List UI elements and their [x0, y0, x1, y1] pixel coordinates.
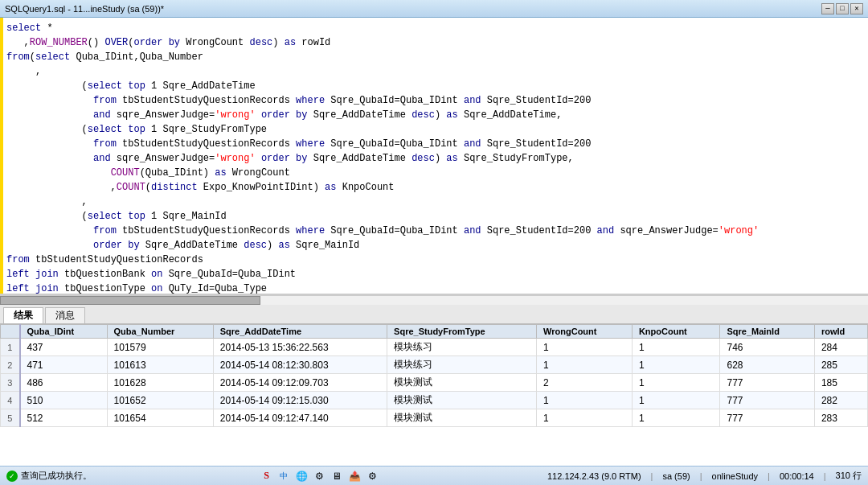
table-cell: 1	[537, 356, 633, 374]
table-cell: 1	[632, 409, 720, 427]
table-cell: 1	[632, 339, 720, 356]
table-cell: 1	[537, 339, 633, 356]
table-cell: 283	[814, 409, 867, 427]
row-number: 3	[1, 374, 20, 392]
sql-horizontal-scrollbar[interactable]	[0, 295, 868, 305]
sql-scrollbar-thumb[interactable]	[0, 296, 260, 305]
row-number: 5	[1, 409, 20, 427]
taskbar-icons: S 中 🌐 ⚙ 🖥 📤 ⚙	[259, 469, 379, 483]
table-cell: 101652	[107, 392, 213, 409]
taskbar-icon-3: 🖥	[330, 469, 344, 483]
table-cell: 284	[814, 339, 867, 356]
col-header-sqre-studyfromtype: Sqre_StudyFromType	[387, 325, 537, 339]
status-left: ✓ 查询已成功执行。	[6, 470, 92, 482]
table-cell: 1	[537, 392, 633, 409]
table-cell: 2014-05-14 09:12:15.030	[213, 392, 387, 409]
status-right: 112.124.2.43 (9.0 RTM) | sa (59) | onlin…	[547, 470, 862, 482]
col-header-wrongcount: WrongCount	[537, 325, 633, 339]
sql-editor[interactable]: select * ,ROW_NUMBER() OVER(order by Wro…	[0, 18, 868, 295]
table-cell: 1	[632, 374, 720, 392]
table-cell: 285	[814, 356, 867, 374]
table-row: 14371015792014-05-13 15:36:22.563模块练习117…	[1, 339, 868, 356]
table-cell: 模块练习	[387, 356, 537, 374]
table-cell: 185	[814, 374, 867, 392]
window-controls: ─ □ ✕	[821, 3, 863, 14]
table-cell: 模块练习	[387, 339, 537, 356]
status-check-icon: ✓	[6, 471, 18, 482]
status-time: 00:00:14	[780, 471, 814, 481]
table-cell: 2014-05-13 15:36:22.563	[213, 339, 387, 356]
close-button[interactable]: ✕	[850, 3, 863, 14]
table-cell: 512	[20, 409, 108, 427]
col-header-rowid: rowId	[814, 325, 867, 339]
taskbar-icon-5: ⚙	[365, 469, 379, 483]
table-cell: 628	[720, 356, 814, 374]
results-table-container[interactable]: Quba_IDint Quba_Number Sqre_AddDateTime …	[0, 324, 868, 466]
col-header-quba-number: Quba_Number	[107, 325, 213, 339]
table-cell: 模块测试	[387, 374, 537, 392]
taskbar-icon-s: S	[259, 469, 273, 483]
col-header-knpocount: KnpoCount	[632, 325, 720, 339]
tab-messages[interactable]: 消息	[45, 307, 85, 323]
table-cell: 437	[20, 339, 108, 356]
results-panel: 结果 消息 Quba_IDint Quba_Number Sqre_AddDat…	[0, 305, 868, 466]
results-tabs: 结果 消息	[0, 305, 868, 324]
status-user: sa (59)	[662, 471, 690, 481]
status-bar: ✓ 查询已成功执行。 S 中 🌐 ⚙ 🖥 📤 ⚙ 112.124.2.43 (9…	[0, 466, 868, 485]
sql-content: select * ,ROW_NUMBER() OVER(order by Wro…	[6, 21, 862, 295]
row-num-header	[1, 325, 20, 339]
table-cell: 1	[537, 409, 633, 427]
status-connection: 112.124.2.43 (9.0 RTM)	[547, 471, 641, 481]
table-row: 55121016542014-05-14 09:12:47.140模块测试117…	[1, 409, 868, 427]
table-cell: 101579	[107, 339, 213, 356]
results-table: Quba_IDint Quba_Number Sqre_AddDateTime …	[0, 324, 868, 427]
table-cell: 模块测试	[387, 409, 537, 427]
main-area: select * ,ROW_NUMBER() OVER(order by Wro…	[0, 18, 868, 466]
table-cell: 510	[20, 392, 108, 409]
table-cell: 486	[20, 374, 108, 392]
taskbar-icon-zh: 中	[276, 469, 291, 483]
col-header-quba-idint: Quba_IDint	[20, 325, 108, 339]
minimize-button[interactable]: ─	[821, 3, 834, 14]
table-cell: 101654	[107, 409, 213, 427]
maximize-button[interactable]: □	[836, 3, 849, 14]
table-cell: 777	[720, 392, 814, 409]
table-row: 34861016282014-05-14 09:12:09.703模块测试217…	[1, 374, 868, 392]
table-cell: 746	[720, 339, 814, 356]
table-cell: 2	[537, 374, 633, 392]
col-header-sqre-adddatetime: Sqre_AddDateTime	[213, 325, 387, 339]
status-rows: 310 行	[836, 470, 862, 482]
status-message: 查询已成功执行。	[21, 470, 92, 482]
table-cell: 2014-05-14 08:12:30.803	[213, 356, 387, 374]
table-cell: 777	[720, 374, 814, 392]
row-number: 2	[1, 356, 20, 374]
table-cell: 模块测试	[387, 392, 537, 409]
table-cell: 471	[20, 356, 108, 374]
row-number: 4	[1, 392, 20, 409]
table-cell: 101628	[107, 374, 213, 392]
window-title: SQLQuery1.sql - 11...ineStudy (sa (59))*	[5, 4, 164, 14]
results-tbody: 14371015792014-05-13 15:36:22.563模块练习117…	[1, 339, 868, 427]
title-bar: SQLQuery1.sql - 11...ineStudy (sa (59))*…	[0, 0, 868, 18]
table-header-row: Quba_IDint Quba_Number Sqre_AddDateTime …	[1, 325, 868, 339]
table-cell: 2014-05-14 09:12:47.140	[213, 409, 387, 427]
table-cell: 1	[632, 392, 720, 409]
taskbar-icon-4: 📤	[347, 469, 362, 483]
table-cell: 1	[632, 356, 720, 374]
table-cell: 777	[720, 409, 814, 427]
col-header-sqre-mainid: Sqre_MainId	[720, 325, 814, 339]
tab-results[interactable]: 结果	[3, 307, 43, 323]
row-number: 1	[1, 339, 20, 356]
table-cell: 101613	[107, 356, 213, 374]
taskbar-icon-1: 🌐	[294, 469, 309, 483]
table-cell: 282	[814, 392, 867, 409]
table-row: 45101016522014-05-14 09:12:15.030模块测试117…	[1, 392, 868, 409]
table-row: 24711016132014-05-14 08:12:30.803模块练习116…	[1, 356, 868, 374]
taskbar-icon-2: ⚙	[312, 469, 326, 483]
status-database: onlineStudy	[712, 471, 759, 481]
table-cell: 2014-05-14 09:12:09.703	[213, 374, 387, 392]
